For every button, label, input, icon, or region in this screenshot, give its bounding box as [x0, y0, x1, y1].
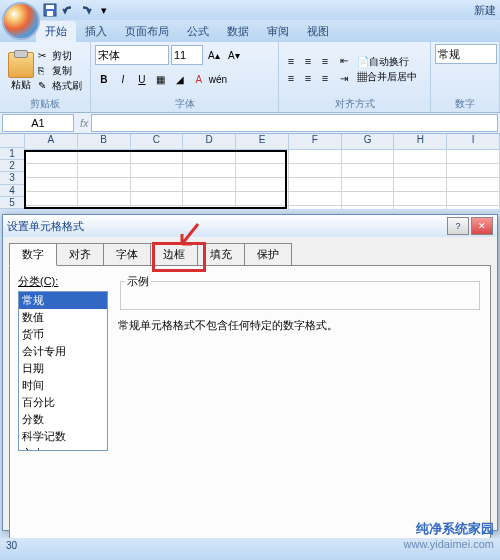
indent-increase-icon[interactable]: ⇥ — [335, 69, 353, 87]
col-header[interactable]: F — [289, 134, 342, 150]
align-right-icon[interactable]: ≡ — [317, 70, 333, 86]
phonetic-button[interactable]: wén — [209, 70, 227, 88]
col-header[interactable]: D — [183, 134, 236, 150]
paste-icon — [8, 52, 34, 78]
col-header[interactable]: H — [394, 134, 447, 150]
row-header[interactable]: 3 — [0, 172, 25, 184]
cat-date[interactable]: 日期 — [19, 360, 107, 377]
font-size-select[interactable]: 11 — [171, 45, 203, 65]
merge-center-button[interactable]: ▦合并后居中 — [357, 70, 417, 84]
tab-view[interactable]: 视图 — [298, 21, 338, 42]
tab-insert[interactable]: 插入 — [76, 21, 116, 42]
copy-button[interactable]: ⎘复制 — [38, 64, 82, 78]
tab-data[interactable]: 数据 — [218, 21, 258, 42]
shrink-font-icon[interactable]: A▾ — [225, 46, 243, 64]
spreadsheet-grid: 1 2 3 4 5 A B C D E F G H I — [0, 134, 500, 209]
cat-currency[interactable]: 货币 — [19, 326, 107, 343]
save-icon[interactable] — [42, 2, 58, 18]
paste-button[interactable]: 粘贴 — [4, 44, 38, 98]
undo-icon[interactable] — [60, 2, 76, 18]
scissors-icon: ✂ — [38, 50, 50, 62]
grow-font-icon[interactable]: A▴ — [205, 46, 223, 64]
tab-formula[interactable]: 公式 — [178, 21, 218, 42]
tab-review[interactable]: 审阅 — [258, 21, 298, 42]
font-name-select[interactable]: 宋体 — [95, 45, 169, 65]
cat-percentage[interactable]: 百分比 — [19, 394, 107, 411]
svg-rect-2 — [47, 11, 53, 16]
group-clipboard: 粘贴 ✂剪切 ⎘复制 ✎格式刷 剪贴板 — [0, 42, 91, 112]
italic-button[interactable]: I — [114, 70, 132, 88]
align-center-icon[interactable]: ≡ — [300, 70, 316, 86]
formula-bar-row: A1 fx — [0, 113, 500, 134]
row-header[interactable]: 1 — [0, 148, 25, 160]
col-header[interactable]: B — [78, 134, 131, 150]
col-header[interactable]: I — [447, 134, 500, 150]
indent-decrease-icon[interactable]: ⇤ — [335, 51, 353, 69]
sample-label: 示例 — [125, 274, 151, 289]
cat-fraction[interactable]: 分数 — [19, 411, 107, 428]
paste-label: 粘贴 — [11, 78, 31, 92]
format-painter-button[interactable]: ✎格式刷 — [38, 79, 82, 93]
font-color-button[interactable]: A — [190, 70, 208, 88]
sample-box: 示例 — [120, 274, 480, 310]
ribbon: 粘贴 ✂剪切 ⎘复制 ✎格式刷 剪贴板 宋体 11 A▴ A▾ B I U ▦ … — [0, 42, 500, 113]
tab-number[interactable]: 数字 — [9, 243, 57, 266]
tab-protect[interactable]: 保护 — [244, 243, 292, 265]
row-header[interactable]: 5 — [0, 197, 25, 209]
ribbon-tabs: 开始 插入 页面布局 公式 数据 审阅 视图 — [0, 20, 500, 42]
svg-rect-1 — [46, 5, 54, 9]
dialog-titlebar[interactable]: 设置单元格格式 ? ✕ — [3, 215, 497, 237]
cat-text[interactable]: 文本 — [19, 445, 107, 451]
align-top-icon[interactable]: ≡ — [283, 53, 299, 69]
formula-bar[interactable] — [91, 114, 498, 132]
category-label: 分类(C): — [18, 274, 108, 289]
cat-scientific[interactable]: 科学记数 — [19, 428, 107, 445]
col-header[interactable]: C — [131, 134, 184, 150]
close-button[interactable]: ✕ — [471, 217, 493, 235]
cat-general[interactable]: 常规 — [19, 292, 107, 309]
row-header[interactable]: 4 — [0, 185, 25, 197]
redo-icon[interactable] — [78, 2, 94, 18]
tab-alignment[interactable]: 对齐 — [56, 243, 104, 265]
col-header[interactable]: G — [342, 134, 395, 150]
group-font: 宋体 11 A▴ A▾ B I U ▦ ◢ A wén 字体 — [91, 42, 279, 112]
group-label: 数字 — [431, 97, 499, 111]
align-bottom-icon[interactable]: ≡ — [317, 53, 333, 69]
dialog-tabs: 数字 对齐 字体 边框 填充 保护 — [3, 237, 497, 265]
cat-time[interactable]: 时间 — [19, 377, 107, 394]
cat-accounting[interactable]: 会计专用 — [19, 343, 107, 360]
tab-font[interactable]: 字体 — [103, 243, 151, 265]
tab-home[interactable]: 开始 — [36, 21, 76, 42]
help-button[interactable]: ? — [447, 217, 469, 235]
name-box[interactable]: A1 — [2, 114, 74, 132]
format-cells-dialog: 设置单元格格式 ? ✕ 数字 对齐 字体 边框 填充 保护 分类(C): 常规 … — [2, 214, 498, 531]
align-left-icon[interactable]: ≡ — [283, 70, 299, 86]
fx-icon[interactable]: fx — [80, 117, 89, 129]
underline-button[interactable]: U — [133, 70, 151, 88]
category-list[interactable]: 常规 数值 货币 会计专用 日期 时间 百分比 分数 科学记数 文本 特殊 自定… — [18, 291, 108, 451]
row-header[interactable]: 2 — [0, 160, 25, 172]
cut-button[interactable]: ✂剪切 — [38, 49, 82, 63]
col-header[interactable]: E — [236, 134, 289, 150]
group-alignment: ≡≡≡ ≡≡≡ ⇤ ⇥ 📄自动换行 ▦合并后居中 对齐方式 — [279, 42, 431, 112]
cat-number[interactable]: 数值 — [19, 309, 107, 326]
status-value: 30 — [6, 540, 17, 551]
bold-button[interactable]: B — [95, 70, 113, 88]
border-button[interactable]: ▦ — [152, 70, 170, 88]
col-header[interactable]: A — [25, 134, 78, 150]
cells-area[interactable] — [25, 150, 500, 209]
tab-layout[interactable]: 页面布局 — [116, 21, 178, 42]
group-number: 常规 数字 — [431, 42, 500, 112]
watermark-text: 纯净系统家园 — [404, 520, 494, 538]
group-label: 对齐方式 — [279, 97, 430, 111]
office-button[interactable] — [2, 2, 40, 40]
select-all-corner[interactable] — [0, 134, 25, 148]
brush-icon: ✎ — [38, 80, 50, 92]
qat-dropdown-icon[interactable]: ▾ — [96, 2, 112, 18]
align-middle-icon[interactable]: ≡ — [300, 53, 316, 69]
fill-color-button[interactable]: ◢ — [171, 70, 189, 88]
wrap-text-button[interactable]: 📄自动换行 — [357, 55, 417, 69]
bucket-icon: ◢ — [176, 74, 184, 85]
group-label: 字体 — [91, 97, 278, 111]
number-format-select[interactable]: 常规 — [435, 44, 497, 64]
